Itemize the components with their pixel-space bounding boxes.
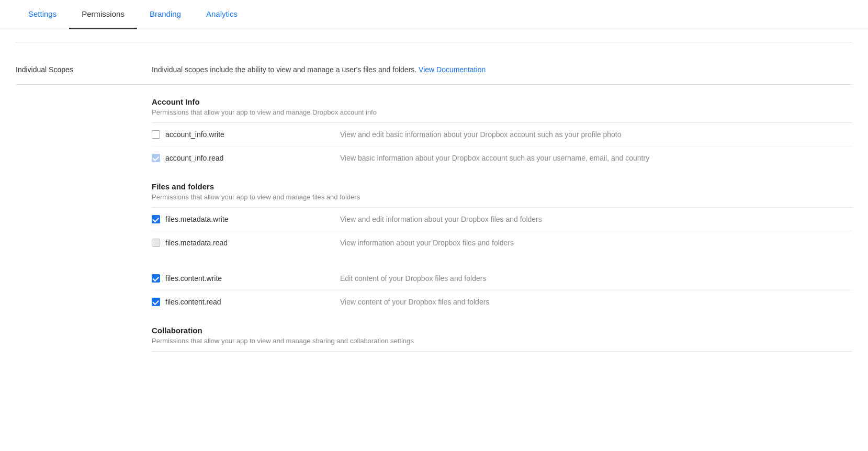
section-subtitle-account_info: Permissions that allow your app to view … <box>152 108 852 116</box>
tab-analytics[interactable]: Analytics <box>194 0 250 29</box>
section-title-account_info: Account Info <box>152 97 852 106</box>
perm-name-files_content_read: files.content.read <box>165 298 221 306</box>
section-collaboration: CollaborationPermissions that allow your… <box>152 313 852 352</box>
tab-settings[interactable]: Settings <box>16 0 69 29</box>
perm-left-account_info_write: account_info.write <box>152 130 340 139</box>
checkbox-account_info_write[interactable] <box>152 130 160 139</box>
perm-row-account_info_write: account_info.writeView and edit basic in… <box>152 123 852 146</box>
section-inner-divider-collaboration <box>152 351 852 352</box>
section-account_info: Account InfoPermissions that allow your … <box>152 85 852 170</box>
section-files_and_folders: Files and foldersPermissions that allow … <box>152 170 852 254</box>
checkbox-files_metadata_read <box>152 239 160 247</box>
perm-desc-files_content_write: Edit content of your Dropbox files and f… <box>340 274 852 283</box>
perm-left-files_metadata_read: files.metadata.read <box>152 239 340 247</box>
perm-name-files_metadata_write: files.metadata.write <box>165 215 229 223</box>
perm-desc-files_metadata_read: View information about your Dropbox file… <box>340 239 852 247</box>
section-files_content: files.content.writeEdit content of your … <box>152 254 852 313</box>
perm-row-files_content_read: files.content.readView content of your D… <box>152 290 852 313</box>
perm-row-account_info_read: account_info.readView basic information … <box>152 146 852 170</box>
perm-name-files_metadata_read: files.metadata.read <box>165 239 228 247</box>
perm-left-files_metadata_write: files.metadata.write <box>152 215 340 223</box>
perm-row-files_content_write: files.content.writeEdit content of your … <box>152 267 852 290</box>
tab-branding[interactable]: Branding <box>137 0 194 29</box>
individual-scopes-label: Individual Scopes <box>16 65 152 74</box>
sections-container: Account InfoPermissions that allow your … <box>16 85 852 352</box>
tab-permissions[interactable]: Permissions <box>69 0 137 29</box>
section-title-files_and_folders: Files and folders <box>152 182 852 191</box>
section-subtitle-files_and_folders: Permissions that allow your app to view … <box>152 193 852 201</box>
section-subtitle-collaboration: Permissions that allow your app to view … <box>152 337 852 345</box>
perm-desc-account_info_read: View basic information about your Dropbo… <box>340 154 852 162</box>
tabs-divider <box>16 42 852 42</box>
tab-bar: SettingsPermissionsBrandingAnalytics <box>0 0 868 29</box>
perm-name-files_content_write: files.content.write <box>165 274 222 283</box>
individual-scopes-description: Individual scopes include the ability to… <box>152 65 486 74</box>
perm-name-account_info_write: account_info.write <box>165 130 224 139</box>
perm-row-files_metadata_read: files.metadata.readView information abou… <box>152 231 852 254</box>
perm-left-files_content_read: files.content.read <box>152 298 340 306</box>
perm-row-files_metadata_write: files.metadata.writeView and edit inform… <box>152 208 852 231</box>
checkbox-files_content_read[interactable] <box>152 298 160 306</box>
main-content: Individual Scopes Individual scopes incl… <box>0 55 868 352</box>
checkbox-files_metadata_write[interactable] <box>152 215 160 223</box>
perm-desc-files_metadata_write: View and edit information about your Dro… <box>340 215 852 223</box>
perm-desc-files_content_read: View content of your Dropbox files and f… <box>340 298 852 306</box>
checkbox-files_content_write[interactable] <box>152 274 160 283</box>
individual-scopes-text: Individual scopes include the ability to… <box>152 65 419 74</box>
perm-desc-account_info_write: View and edit basic information about yo… <box>340 130 852 139</box>
perm-left-files_content_write: files.content.write <box>152 274 340 283</box>
section-title-collaboration: Collaboration <box>152 326 852 335</box>
perm-left-account_info_read: account_info.read <box>152 154 340 162</box>
view-documentation-link[interactable]: View Documentation <box>419 65 486 74</box>
checkbox-account_info_read <box>152 154 160 162</box>
perm-name-account_info_read: account_info.read <box>165 154 223 162</box>
individual-scopes-row: Individual Scopes Individual scopes incl… <box>16 55 852 84</box>
